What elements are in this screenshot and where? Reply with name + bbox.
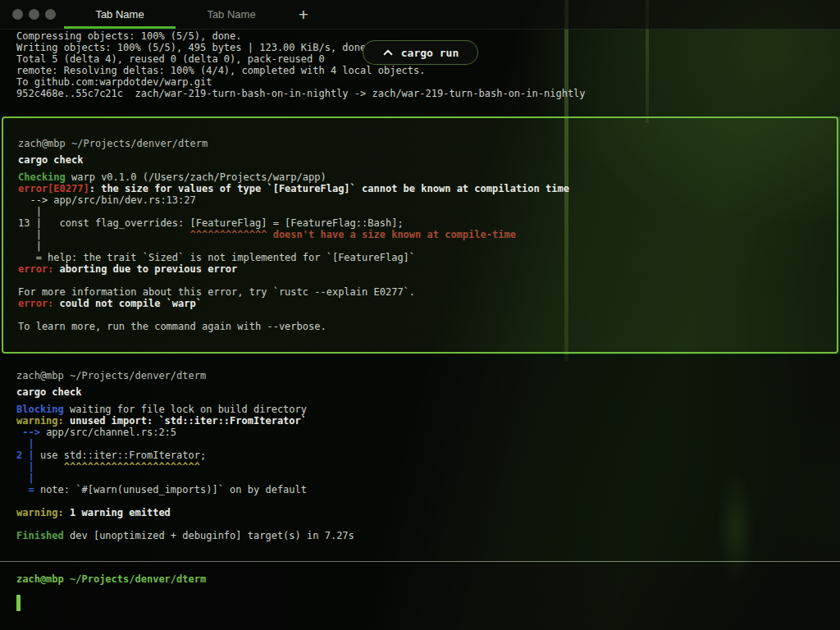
terminal-line: | ^^^^^^^^^^^^^ doesn't have a size know…: [18, 229, 822, 240]
terminal-line: [16, 518, 824, 530]
cargo-run-pill-button[interactable]: cargo run: [363, 40, 478, 65]
terminal-line: --> app/src/bin/dev.rs:13:27: [18, 194, 822, 206]
plus-icon: +: [299, 5, 308, 25]
terminal-line: |: [16, 438, 824, 450]
terminal-line: warning: unused import: `std::iter::From…: [16, 415, 824, 427]
pill-label: cargo run: [401, 48, 459, 58]
terminal-line: warning: 1 warning emitted: [16, 507, 824, 518]
terminal-line: remote: Resolving deltas: 100% (4/4), co…: [16, 65, 824, 76]
tab-active[interactable]: Tab Name: [64, 0, 176, 29]
tab-label: Tab Name: [207, 8, 255, 21]
command-block-selected[interactable]: zach@mbp ~/Projects/denver/dterm cargo c…: [2, 116, 838, 354]
tab-label: Tab Name: [95, 8, 144, 21]
terminal-line: 13 | const flag_overrides: [FeatureFlag]…: [18, 217, 822, 229]
terminal-line: 952c468e..55c7c21c zach/war-219-turn-bas…: [16, 88, 824, 99]
command: cargo check: [18, 154, 822, 166]
prompt: zach@mbp ~/Projects/denver/dterm: [18, 138, 822, 149]
input-block[interactable]: zach@mbp ~/Projects/denver/dterm: [0, 562, 840, 630]
chevron-up-icon: [382, 47, 394, 58]
active-tab-underline: [64, 26, 176, 29]
terminal-line: Blocking waiting for file lock on build …: [16, 404, 824, 415]
command: cargo check: [16, 386, 824, 398]
command-output: Checking warp v0.1.0 (/Users/zach/Projec…: [18, 171, 822, 332]
terminal-line: = help: the trait `Sized` is not impleme…: [18, 252, 822, 263]
terminal-line: [16, 495, 824, 507]
terminal-line: error[E0277]: the size for values of typ…: [18, 183, 822, 194]
terminal-line: Checking warp v0.1.0 (/Users/zach/Projec…: [18, 171, 822, 183]
terminal-line: For more information about this error, t…: [18, 286, 822, 298]
terminal-line: To learn more, run the command again wit…: [18, 321, 822, 332]
terminal-line: To github.com:warpdotdev/warp.git: [16, 76, 824, 88]
terminal-line: |: [18, 240, 822, 252]
minimize-window-button[interactable]: [29, 9, 39, 20]
prompt: zach@mbp ~/Projects/denver/dterm: [16, 573, 824, 585]
terminal-line: 2 | use std::iter::FromIterator;: [16, 450, 824, 461]
text-cursor: [16, 595, 21, 611]
titlebar: Tab Name Tab Name +: [0, 0, 840, 30]
terminal-window: Tab Name Tab Name + Compressing objects:…: [0, 0, 840, 630]
new-tab-button[interactable]: +: [287, 0, 320, 29]
prompt: zach@mbp ~/Projects/denver/dterm: [16, 370, 824, 381]
terminal-line: error: could not compile `warp`: [18, 298, 822, 309]
terminal-line: error: aborting due to previous error: [18, 263, 822, 275]
terminal-line: | ^^^^^^^^^^^^^^^^^^^^^^^: [16, 461, 824, 472]
command-output: Blocking waiting for file lock on build …: [16, 404, 824, 541]
terminal-line: |: [18, 206, 822, 217]
terminal-line: [18, 275, 822, 286]
terminal-line: --> app/src/channel.rs:2:5: [16, 427, 824, 438]
zoom-window-button[interactable]: [45, 9, 56, 20]
terminal-line: Finished dev [unoptimized + debuginfo] t…: [16, 530, 824, 541]
terminal-line: [18, 309, 822, 321]
command-block[interactable]: zach@mbp ~/Projects/denver/dterm cargo c…: [0, 354, 840, 561]
terminal-line: = note: `#[warn(unused_imports)]` on by …: [16, 484, 824, 495]
terminal-line: |: [16, 472, 824, 484]
close-window-button[interactable]: [12, 9, 23, 20]
traffic-lights: [0, 0, 64, 29]
tab-inactive[interactable]: Tab Name: [176, 0, 287, 29]
